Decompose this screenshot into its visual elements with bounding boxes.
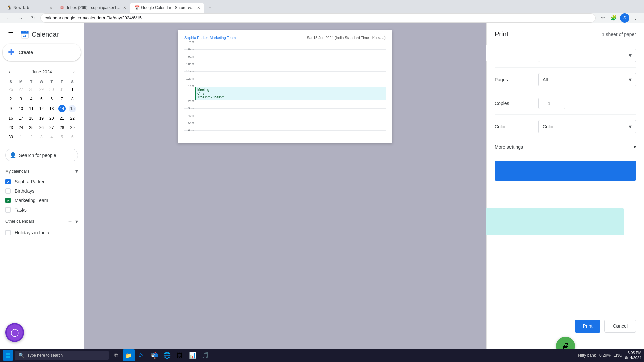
cal-day[interactable]: 11 [26, 104, 36, 113]
cal-day[interactable]: 3 [37, 133, 46, 141]
cal-day[interactable]: 14 [57, 104, 67, 113]
cal-day[interactable]: 6 [47, 95, 56, 103]
tab-gmail[interactable]: ✉ Inbox (269) - sophiaparker14o... × [56, 3, 130, 13]
cal-day[interactable]: 25 [26, 123, 36, 132]
calendar-item-marketing[interactable]: Marketing Team [0, 196, 84, 205]
calendar-item-birthdays[interactable]: Birthdays [0, 186, 84, 196]
cal-day[interactable]: 15 [67, 104, 77, 113]
notification-bubble[interactable]: ◯ [5, 323, 24, 342]
cal-day[interactable]: 4 [47, 133, 56, 141]
more-settings-button[interactable]: More settings ▾ [495, 139, 636, 155]
cal-day[interactable]: 30 [6, 133, 15, 141]
tab-docs[interactable]: 🐧 New Tab × [3, 3, 56, 13]
back-button[interactable]: ← [4, 13, 13, 23]
taskbar-app6[interactable]: 📊 [186, 349, 199, 361]
holidays-checkbox[interactable] [5, 230, 11, 235]
cal-day[interactable]: 5 [57, 133, 67, 141]
cal-day[interactable]: 3 [16, 95, 25, 103]
cal-day[interactable]: 29 [37, 85, 46, 94]
mini-cal-prev[interactable]: ‹ [5, 68, 13, 76]
menu-button[interactable]: ⋮ [631, 13, 640, 23]
cal-day[interactable]: 12 [37, 104, 46, 113]
tab-gmail-close[interactable]: × [123, 5, 126, 10]
cal-day[interactable]: 8 [67, 95, 77, 103]
cal-day[interactable]: 27 [47, 123, 56, 132]
cal-day[interactable]: 28 [57, 123, 67, 132]
cal-day[interactable]: 28 [26, 85, 36, 94]
calendar-item-holidays[interactable]: Holidays in India [0, 228, 84, 237]
print-row-11am: 11am [184, 72, 386, 79]
sophia-checkbox[interactable] [5, 179, 11, 184]
forward-button[interactable]: → [16, 13, 25, 23]
cal-day[interactable]: 27 [16, 85, 25, 94]
extension-button[interactable]: 🧩 [609, 13, 619, 23]
cal-day[interactable]: 16 [6, 114, 15, 123]
tab-docs-close[interactable]: × [50, 5, 52, 10]
cal-day[interactable]: 1 [16, 133, 25, 141]
other-calendars-toggle[interactable]: ▾ [75, 218, 78, 225]
copies-input[interactable] [538, 98, 565, 109]
cal-day[interactable]: 19 [37, 114, 46, 123]
cal-day[interactable]: 29 [67, 123, 77, 132]
taskbar-app-icons: ⧉ 📁 🛍 📬 🌐 🖼 📊 🎵 [110, 349, 211, 361]
cal-day[interactable]: 30 [47, 85, 56, 94]
taskbar-search-text: Type here to search [27, 353, 63, 358]
reload-button[interactable]: ↻ [28, 13, 38, 23]
start-button[interactable] [3, 350, 13, 361]
cal-day[interactable]: 26 [37, 123, 46, 132]
cancel-button[interactable]: Cancel [604, 320, 636, 333]
taskbar-store[interactable]: 🛍 [136, 349, 148, 361]
my-calendars-toggle[interactable]: ▾ [75, 168, 78, 174]
birthdays-checkbox[interactable] [5, 188, 11, 194]
taskbar-multitasking[interactable]: ⧉ [110, 349, 122, 361]
bookmark-button[interactable]: ☆ [598, 13, 608, 23]
cal-day[interactable]: 13 [47, 104, 56, 113]
address-bar[interactable]: calendar.google.com/calendar/u/0/r/day/2… [40, 13, 596, 23]
cal-day[interactable]: 1 [67, 85, 77, 94]
pages-dropdown[interactable]: All ▾ [538, 73, 636, 86]
cal-day[interactable]: 17 [16, 114, 25, 123]
other-calendars-header[interactable]: Other calendars + ▾ [0, 215, 84, 228]
taskbar-chrome[interactable]: 🌐 [161, 349, 173, 361]
marketing-checkbox[interactable] [5, 198, 11, 203]
search-people-button[interactable]: 👤 Search for people [5, 149, 78, 161]
color-dropdown[interactable]: Color ▾ [538, 120, 636, 133]
cal-day[interactable]: 4 [26, 95, 36, 103]
taskbar-search[interactable]: 🔍 Type here to search [15, 351, 109, 360]
tab-docs-favicon: 🐧 [7, 5, 11, 10]
hamburger-button[interactable]: ☰ [5, 29, 16, 40]
create-button[interactable]: ✚ Create [3, 44, 81, 61]
cal-day[interactable]: 26 [6, 85, 15, 94]
cal-day[interactable]: 5 [37, 95, 46, 103]
my-calendars-header[interactable]: My calendars ▾ [0, 165, 84, 177]
browser-actions: ☆ 🧩 S ⋮ [598, 13, 640, 23]
calendar-item-tasks[interactable]: Tasks [0, 205, 84, 215]
taskbar-app7[interactable]: 🎵 [199, 349, 211, 361]
taskbar-photos[interactable]: 🖼 [174, 349, 186, 361]
cal-day[interactable]: 20 [47, 114, 56, 123]
cal-day[interactable]: 7 [57, 95, 67, 103]
new-tab-button[interactable]: + [205, 3, 215, 12]
cal-day[interactable]: 18 [26, 114, 36, 123]
cal-day[interactable]: 21 [57, 114, 67, 123]
cal-day[interactable]: 23 [6, 123, 15, 132]
taskbar-clock[interactable]: 3:05 PM 6/14/2024 [625, 350, 641, 361]
mini-cal-next[interactable]: › [70, 68, 78, 76]
cal-day[interactable]: 6 [67, 133, 77, 141]
cal-day[interactable]: 2 [6, 95, 15, 103]
add-other-calendar-button[interactable]: + [66, 217, 74, 225]
cal-day[interactable]: 2 [26, 133, 36, 141]
tab-calendar-close[interactable]: × [197, 5, 200, 10]
taskbar-explorer[interactable]: 📁 [123, 349, 135, 361]
cal-day[interactable]: 24 [16, 123, 25, 132]
tab-calendar[interactable]: 📅 Google Calendar - Saturday, 1S... × [130, 3, 204, 13]
cal-day[interactable]: 31 [57, 85, 67, 94]
print-button[interactable]: Print [575, 320, 601, 333]
cal-day[interactable]: 9 [6, 104, 15, 113]
tasks-checkbox[interactable] [5, 207, 11, 213]
calendar-item-sophia[interactable]: Sophia Parker [0, 177, 84, 186]
profile-button[interactable]: S [620, 13, 629, 23]
taskbar-mail[interactable]: 📬 [148, 349, 160, 361]
cal-day[interactable]: 10 [16, 104, 25, 113]
cal-day[interactable]: 22 [67, 114, 77, 123]
